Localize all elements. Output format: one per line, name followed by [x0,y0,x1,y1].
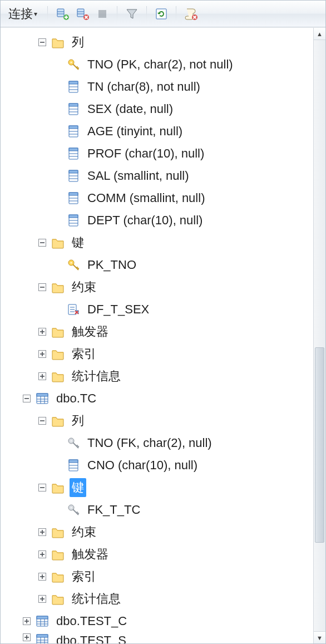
tree-node[interactable]: TNO (PK, char(2), not null) [6,53,325,76]
folder-icon [51,35,65,50]
stop-icon[interactable] [95,6,110,22]
tree-node-label: dbo.TC [54,390,98,407]
tree-node-label: 约束 [70,523,98,542]
remove-connection-icon[interactable] [75,6,90,22]
tree-node[interactable]: 触发器 [6,321,325,343]
expand-icon[interactable] [22,632,32,642]
tree-node[interactable]: dbo.TEST_C [6,610,325,632]
folder-icon [51,235,65,250]
tree-node[interactable]: TNO (FK, char(2), null) [6,432,325,454]
tree-node-label: FK_T_TC [85,502,142,518]
tree-node[interactable]: 约束 [6,276,325,298]
expand-icon[interactable] [37,594,47,604]
tree-node-label: PK_TNO [85,257,139,273]
tree-node[interactable]: FK_T_TC [6,499,325,521]
toolbar-separator [146,6,147,22]
tree-node-label: TNO (PK, char(2), not null) [85,56,235,73]
collapse-icon[interactable] [37,483,47,493]
tree-node[interactable]: 列 [6,410,325,432]
tree-node[interactable]: 索引 [6,566,325,588]
table-icon [35,614,50,628]
folder-icon [51,547,65,562]
column-icon [66,169,81,183]
tree-node-label: 触发器 [70,322,111,341]
tree-node-label: dbo.TEST_S [54,632,129,643]
expand-icon[interactable] [22,616,32,626]
tree-node-label: 列 [70,411,86,430]
folder-icon [51,480,65,495]
tree-node[interactable]: 约束 [6,521,325,543]
tree-node[interactable]: SAL (smallint, null) [6,165,325,187]
column-icon [66,80,81,94]
expand-icon[interactable] [37,327,47,337]
collapse-icon[interactable] [37,416,47,426]
tree-node[interactable]: PROF (char(10), null) [6,142,325,165]
tree-node[interactable]: 统计信息 [6,588,325,610]
chevron-down-icon: ▾ [34,10,37,18]
vertical-scrollbar[interactable]: ▲ ▼ [313,28,325,643]
tree-node-label: 键 [70,478,86,497]
collapse-icon[interactable] [22,394,32,404]
tree-node[interactable]: SEX (date, null) [6,98,325,120]
column-icon [66,191,81,205]
tree-node[interactable]: DEPT (char(10), null) [6,209,325,232]
expand-icon[interactable] [37,549,47,559]
tree-node[interactable]: DF_T_SEX [6,298,325,321]
tree-node[interactable]: AGE (tinyint, null) [6,120,325,142]
tree-node[interactable]: 键 [6,476,325,499]
add-connection-icon[interactable] [55,6,70,22]
key-gold-icon [66,258,81,272]
tree-node-label: COMM (smallint, null) [85,190,207,207]
toolbar: 连接 ▾ [1,1,325,27]
folder-icon [51,325,65,339]
collapse-icon[interactable] [37,37,47,47]
scroll-track[interactable] [314,40,325,631]
tree-node-label: SAL (smallint, null) [85,168,191,184]
expand-icon[interactable] [37,527,47,537]
table-icon [35,632,50,643]
script-error-icon[interactable] [183,6,199,22]
filter-icon[interactable] [124,6,140,22]
refresh-icon[interactable] [154,6,169,22]
key-gray-icon [66,503,81,517]
folder-icon [51,280,65,294]
tree-view[interactable]: 列TNO (PK, char(2), not null)TN (char(8),… [1,28,325,643]
tree-node[interactable]: dbo.TEST_S [6,632,325,643]
tree-node-label: 列 [70,33,86,52]
column-icon [66,458,81,473]
tree-node-label: 约束 [70,278,98,297]
connect-menu-button[interactable]: 连接 ▾ [5,4,41,23]
tree-node[interactable]: COMM (smallint, null) [6,187,325,209]
collapse-icon[interactable] [37,282,47,292]
tree-node-label: TNO (FK, char(2), null) [85,435,214,451]
tree-node[interactable]: 触发器 [6,543,325,566]
expand-icon[interactable] [37,572,47,582]
column-icon [66,102,81,116]
tree-node-label: SEX (date, null) [85,101,175,117]
toolbar-separator [176,6,176,22]
collapse-icon[interactable] [37,238,47,248]
tree-node[interactable]: CNO (char(10), null) [6,454,325,476]
scroll-down-button[interactable]: ▼ [314,631,325,643]
expand-icon[interactable] [37,349,47,359]
tree-node[interactable]: dbo.TC [6,387,325,410]
tree-node[interactable]: PK_TNO [6,254,325,276]
scroll-thumb[interactable] [315,347,324,542]
tree-node[interactable]: 统计信息 [6,365,325,387]
toolbar-separator [117,6,117,22]
tree-node-label: 索引 [70,567,98,586]
folder-icon [51,569,65,584]
column-icon [66,124,81,139]
tree-node-label: 统计信息 [70,367,123,386]
tree-node-label: PROF (char(10), null) [85,145,206,162]
tree-node[interactable]: 索引 [6,343,325,365]
tree-node-label: dbo.TEST_C [54,613,129,630]
tree-node[interactable]: 列 [6,31,325,53]
tree-node-label: 统计信息 [70,589,123,608]
tree-node[interactable]: TN (char(8), not null) [6,76,325,98]
key-gray-icon [66,436,81,450]
scroll-up-button[interactable]: ▲ [314,28,325,40]
expand-icon[interactable] [37,371,47,381]
tree-node[interactable]: 键 [6,232,325,254]
tree-node-label: 键 [70,233,86,252]
